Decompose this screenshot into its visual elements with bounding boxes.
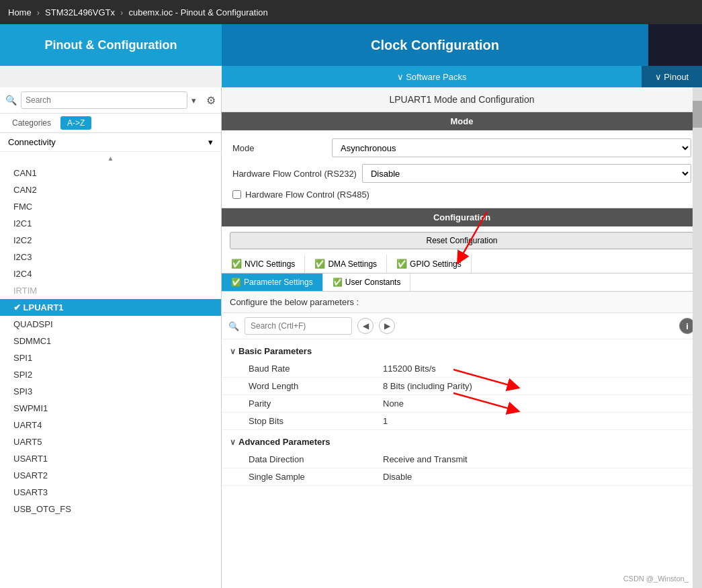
scroll-thumb[interactable] <box>693 101 702 128</box>
breadcrumb-sep2: › <box>120 7 123 17</box>
config-tabs-row1: ✅ NVIC Settings ✅ DMA Settings ✅ GPIO Se… <box>222 255 702 274</box>
hw-flow-rs485-row: Hardware Flow Control (RS485) <box>232 190 691 200</box>
basic-params-toggle: ∨ <box>230 347 236 356</box>
tab-gpio-settings[interactable]: ✅ GPIO Settings <box>387 255 472 273</box>
sidebar-item[interactable]: USART1 <box>0 450 221 467</box>
basic-params-rows: Baud Rate115200 Bits/sWord Length8 Bits … <box>222 360 702 430</box>
sidebar-item[interactable]: I2C3 <box>0 249 221 265</box>
param-name: Data Direction <box>249 454 383 464</box>
breadcrumb-bar: Home › STM32L496VGTx › cubemx.ioc - Pino… <box>0 0 702 24</box>
dma-label: DMA Settings <box>328 259 377 269</box>
sidebar-item[interactable]: FMC <box>0 198 221 215</box>
sidebar-item[interactable]: USB_OTG_FS <box>0 501 221 517</box>
sidebar-tabs: Categories A->Z <box>0 114 221 133</box>
sidebar-items-list: CAN1CAN2FMCI2C1I2C2I2C3I2C4IRTIM✔ LPUART… <box>0 165 221 588</box>
sidebar-item[interactable]: USART2 <box>0 467 221 484</box>
sidebar-item[interactable]: SWPMI1 <box>0 400 221 417</box>
search-params-row: 🔍 ◀ ▶ i <box>222 313 702 339</box>
param-name: Baud Rate <box>249 364 383 374</box>
nvic-label: NVIC Settings <box>245 259 295 269</box>
advanced-params-rows: Data DirectionReceive and TransmitSingle… <box>222 451 702 486</box>
right-scrollbar[interactable] <box>693 87 702 588</box>
search-input[interactable] <box>21 91 187 109</box>
sidebar-item[interactable]: SPI2 <box>0 366 221 383</box>
sidebar-search-row: 🔍 ⚙ <box>0 87 221 114</box>
advanced-params-toggle: ∨ <box>230 437 236 447</box>
sidebar-item[interactable]: I2C2 <box>0 232 221 249</box>
nav-prev-button[interactable]: ◀ <box>357 318 374 334</box>
tab-parameter-settings[interactable]: ✅ Parameter Settings <box>222 274 323 291</box>
sidebar-item[interactable]: QUADSPI <box>0 316 221 333</box>
software-packs-button[interactable]: ∨ Software Packs <box>222 66 642 87</box>
sidebar-item[interactable]: UART4 <box>0 417 221 433</box>
mode-section-header: Mode <box>222 112 702 130</box>
mode-select[interactable]: Asynchronous <box>332 138 691 157</box>
basic-params-group[interactable]: ∨ Basic Parameters <box>222 342 702 360</box>
sidebar-item[interactable]: I2C4 <box>0 265 221 282</box>
breadcrumb-home[interactable]: Home <box>8 7 32 17</box>
tab-nvic-settings[interactable]: ✅ NVIC Settings <box>222 255 305 273</box>
mode-label: Mode <box>232 143 326 153</box>
param-row: Data DirectionReceive and Transmit <box>222 451 702 468</box>
tab-categories[interactable]: Categories <box>5 116 58 130</box>
param-row: Stop Bits1 <box>222 413 702 430</box>
header-tabs: Pinout & Configuration Clock Configurati… <box>0 24 702 66</box>
param-value: Disable <box>383 472 412 482</box>
param-check-icon: ✅ <box>231 278 241 287</box>
sidebar-category-connectivity[interactable]: Connectivity <box>0 133 221 152</box>
sidebar-item[interactable]: UART5 <box>0 433 221 450</box>
params-content: ∨ Basic Parameters Baud Rate115200 Bits/… <box>222 339 702 588</box>
dma-check-icon: ✅ <box>314 259 325 269</box>
hw-flow-rs232-select[interactable]: Disable <box>362 164 691 183</box>
content-area: LPUART1 Mode and Configuration Mode Mode… <box>222 87 702 588</box>
tab-az[interactable]: A->Z <box>60 116 91 130</box>
param-name: Word Length <box>249 381 383 391</box>
tab-extra[interactable] <box>648 24 702 66</box>
param-value: 115200 Bits/s <box>383 364 436 374</box>
sidebar-item: IRTIM <box>0 282 221 299</box>
sidebar-item[interactable]: SPI1 <box>0 349 221 366</box>
watermark: CSDN @_Winston_ <box>623 575 689 583</box>
param-row: ParityNone <box>222 395 702 413</box>
param-name: Single Sample <box>249 472 383 482</box>
sidebar-item[interactable]: CAN2 <box>0 181 221 198</box>
software-packs-row: ∨ Software Packs ∨ Pinout <box>222 66 702 87</box>
params-search-input[interactable] <box>245 317 352 335</box>
nav-next-button[interactable]: ▶ <box>379 318 395 334</box>
user-label: User Constants <box>345 278 401 287</box>
config-tabs-row2: ✅ Parameter Settings ✅ User Constants <box>222 274 702 292</box>
sidebar-item[interactable]: SPI3 <box>0 383 221 400</box>
pinout-button[interactable]: ∨ Pinout <box>642 66 702 87</box>
breadcrumb-file: cubemx.ioc - Pinout & Configuration <box>128 7 267 17</box>
sidebar-item[interactable]: I2C1 <box>0 215 221 232</box>
param-name: Parity <box>249 398 383 409</box>
hw-flow-rs232-row: Hardware Flow Control (RS232) Disable <box>232 164 691 183</box>
tab-dma-settings[interactable]: ✅ DMA Settings <box>305 255 387 273</box>
main-layout: 🔍 ⚙ Categories A->Z Connectivity ▲ CAN1C… <box>0 87 702 588</box>
sidebar-item[interactable]: ✔ LPUART1 <box>0 299 221 316</box>
param-value: 1 <box>383 416 388 426</box>
advanced-params-group[interactable]: ∨ Advanced Parameters <box>222 433 702 451</box>
breadcrumb-device[interactable]: STM32L496VGTx <box>45 7 115 17</box>
gpio-label: GPIO Settings <box>410 259 462 269</box>
gpio-check-icon: ✅ <box>396 259 407 269</box>
sidebar-item[interactable]: CAN1 <box>0 165 221 181</box>
config-section-header: Configuration <box>222 208 702 226</box>
hw-flow-rs485-checkbox[interactable] <box>232 190 241 199</box>
hw-flow-rs485-label: Hardware Flow Control (RS485) <box>245 190 369 200</box>
breadcrumb-sep1: › <box>37 7 40 17</box>
sidebar-item[interactable]: USART3 <box>0 484 221 501</box>
param-value: Receive and Transmit <box>383 454 468 464</box>
content-title: LPUART1 Mode and Configuration <box>222 87 702 112</box>
tab-user-constants[interactable]: ✅ User Constants <box>323 274 411 291</box>
param-label: Parameter Settings <box>244 278 313 287</box>
gear-icon[interactable]: ⚙ <box>206 94 216 107</box>
param-row: Baud Rate115200 Bits/s <box>222 360 702 378</box>
tab-clock-config[interactable]: Clock Configuration <box>222 24 648 66</box>
tab-pinout-config[interactable]: Pinout & Configuration <box>0 24 222 66</box>
reset-config-button[interactable]: Reset Configuration <box>230 232 694 249</box>
search-dropdown-icon[interactable] <box>191 95 202 106</box>
mode-section: Mode Asynchronous Hardware Flow Control … <box>222 130 702 208</box>
param-name: Stop Bits <box>249 416 383 426</box>
sidebar-item[interactable]: SDMMC1 <box>0 333 221 349</box>
